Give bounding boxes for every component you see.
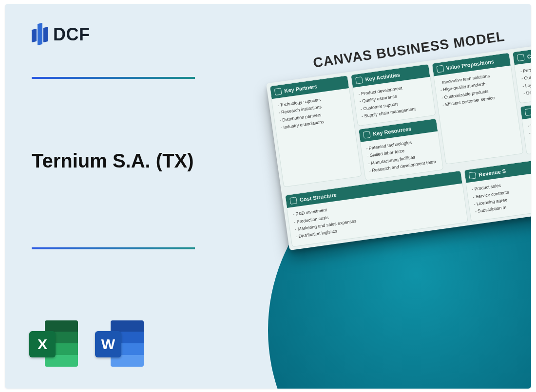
partners-icon: [274, 88, 282, 95]
canvas-preview: CANVAS BUSINESS MODEL Key Partners Techn…: [263, 21, 531, 250]
divider-top: [32, 77, 195, 79]
word-badge: W: [95, 331, 121, 357]
excel-badge: X: [29, 331, 56, 357]
relationships-icon: [517, 54, 525, 61]
promo-card: DCF Ternium S.A. (TX) X W CANVAS BUSINES…: [5, 4, 531, 389]
brand-logo: DCF: [32, 22, 90, 47]
business-model-canvas: Key Partners Technology suppliers Resear…: [266, 43, 531, 250]
block-key-activities: Key Activities Product development Quali…: [350, 63, 436, 126]
page-title: Ternium S.A. (TX): [32, 150, 194, 172]
divider-bottom: [32, 247, 195, 249]
excel-icon: X: [29, 320, 78, 367]
value-icon: [436, 65, 444, 73]
activities-icon: [355, 76, 363, 84]
cost-icon: [289, 197, 297, 205]
channels-icon: [525, 108, 531, 116]
file-icons-row: X W: [29, 320, 144, 367]
block-key-resources: Key Resources Patented technologies Skil…: [358, 118, 443, 181]
block-value-propositions: Value Propositions Innovative tech solut…: [431, 52, 523, 164]
word-icon: W: [95, 320, 144, 367]
resources-icon: [363, 131, 371, 139]
brand-logo-text: DCF: [53, 24, 90, 45]
revenue-icon: [469, 171, 477, 179]
brand-logo-mark: [32, 22, 48, 47]
block-key-partners: Key Partners Technology suppliers Resear…: [269, 75, 362, 187]
